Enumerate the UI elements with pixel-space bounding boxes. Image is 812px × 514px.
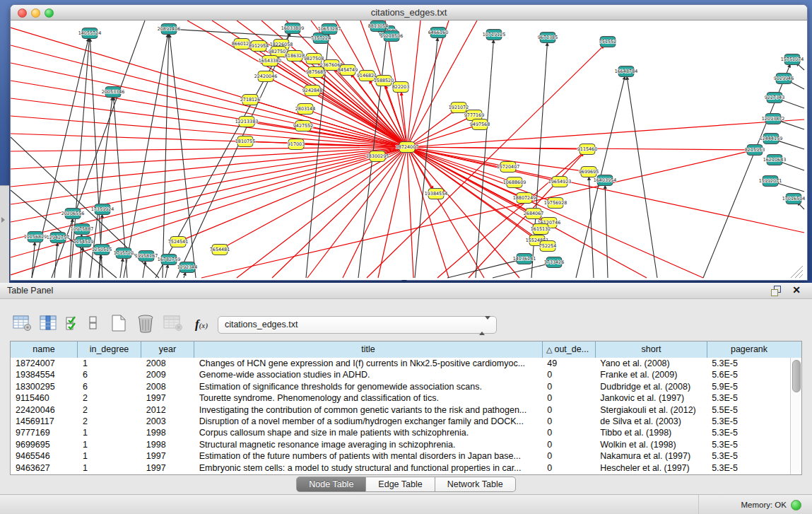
graph-node[interactable]: 1795722 <box>114 248 134 259</box>
graph-node[interactable]: 9242848 <box>302 86 322 96</box>
graph-node[interactable]: 16782759 <box>158 255 181 265</box>
graph-node[interactable]: 9129946 <box>774 74 794 84</box>
table-row[interactable]: 1830029562008Estimation of significance … <box>11 381 790 392</box>
table-scrollbar[interactable] <box>790 358 801 474</box>
close-panel-icon[interactable]: ✕ <box>792 284 801 296</box>
table-source-dropdown[interactable]: citations_edges.txt <box>218 316 497 334</box>
close-window-button[interactable] <box>18 8 27 18</box>
graph-node-label: 1921072 <box>449 105 469 110</box>
graph-node[interactable]: 1921072 <box>449 103 469 113</box>
function-builder-icon[interactable]: f(x) <box>195 317 208 332</box>
table-row[interactable]: 969969511998Structural magnetic resonanc… <box>11 439 790 450</box>
table-cell: 0 <box>542 369 595 380</box>
table-row[interactable]: 1456911722003Disruption of a novel membe… <box>11 416 790 427</box>
network-window[interactable]: citations_edges.txt 14055724208914061603… <box>10 4 808 281</box>
graph-node[interactable]: 12213383 <box>235 117 259 127</box>
panel-expand-icon[interactable] <box>1 217 5 223</box>
graph-node[interactable]: 11156829 <box>24 232 47 243</box>
window-titlebar[interactable]: citations_edges.txt <box>11 5 807 21</box>
graph-node[interactable]: 16033809 <box>281 23 305 34</box>
graph-node[interactable]: 20206556 <box>61 209 85 219</box>
tab-edge-table[interactable]: Edge Table <box>366 477 435 492</box>
graph-node[interactable]: 9497568 <box>470 119 490 130</box>
graph-node[interactable]: 20053346 <box>102 87 125 98</box>
graph-node[interactable]: 9115460 <box>577 144 597 155</box>
graph-node[interactable]: 17359924 <box>91 204 114 215</box>
graph-node[interactable]: 1733426 <box>544 257 564 268</box>
column-header-year[interactable]: year <box>141 341 194 358</box>
column-header-name[interactable]: name <box>11 341 78 358</box>
graph-node-label: 9427552 <box>293 123 313 129</box>
graph-node[interactable]: 8454749 <box>338 65 358 76</box>
graph-node[interactable]: 9671385 <box>538 33 558 43</box>
column-header-in-degree[interactable]: in_degree <box>78 341 141 358</box>
graph-node[interactable]: 751552 <box>599 37 616 47</box>
table-row[interactable]: 946362711997Embryonic stem cells: a mode… <box>11 462 790 474</box>
column-header-short[interactable]: short <box>596 341 707 358</box>
table-mode-icon[interactable] <box>13 315 32 334</box>
graph-node[interactable]: 1588520 <box>374 76 394 86</box>
graph-node[interactable]: 8186328 <box>285 51 305 62</box>
graph-node[interactable]: 1250515 <box>92 245 112 255</box>
table-cell: 2 <box>78 404 141 416</box>
graph-node[interactable]: 15992071 <box>759 176 782 187</box>
graph-node[interactable]: 6466160 <box>428 28 448 38</box>
table-row[interactable]: 977716911998Corpus callosum shape and si… <box>11 427 790 438</box>
row-selection-icon[interactable] <box>65 315 81 334</box>
table-row[interactable]: 2242004622012Investigating the contribut… <box>11 404 790 416</box>
graph-node[interactable]: 8813054 <box>368 21 388 32</box>
graph-node[interactable]: 9427552 <box>293 121 313 132</box>
table-row[interactable]: 1872400712008Changes of HCN gene express… <box>11 358 790 369</box>
show-columns-icon[interactable] <box>40 315 57 334</box>
column-header-out-degree[interactable]: △out_de... <box>543 341 596 358</box>
graph-node[interactable]: 19958167 <box>135 251 158 262</box>
table-row[interactable]: 946554611997Estimation of the future num… <box>11 450 790 462</box>
tab-network-table[interactable]: Network Table <box>435 477 516 492</box>
graph-node[interactable]: 8215953 <box>745 145 765 156</box>
graph-node[interactable]: 15751074 <box>781 54 804 65</box>
graph-node[interactable]: 19756928 <box>544 198 567 209</box>
graph-node[interactable]: 16648784 <box>615 66 638 77</box>
table-row[interactable]: 911546021997Tourette syndrome. Phenomeno… <box>11 392 790 404</box>
graph-node[interactable]: 1154519 <box>73 237 93 247</box>
graph-node-label: 9242848 <box>302 88 322 93</box>
graph-node[interactable]: 9227343 <box>765 93 784 103</box>
graph-node[interactable]: 14055724 <box>78 28 102 39</box>
graph-node[interactable]: 8912954 <box>249 41 269 52</box>
graph-node[interactable]: 1810755 <box>235 136 255 147</box>
graph-node[interactable]: 752254 <box>539 241 556 252</box>
graph-node[interactable]: 16403954 <box>594 175 617 186</box>
graph-node[interactable]: 12942757 <box>47 233 70 243</box>
column-header-pagerank[interactable]: pagerank <box>707 341 791 358</box>
zoom-window-button[interactable] <box>45 8 54 18</box>
graph-node[interactable]: 2684067 <box>524 209 543 219</box>
graph-node[interactable]: 17016504 <box>782 194 806 204</box>
graph-node[interactable]: 7524541 <box>168 237 188 247</box>
column-header-title[interactable]: title <box>194 341 543 358</box>
graph-node[interactable]: 9699695 <box>579 167 599 177</box>
graph-node[interactable]: 10719125 <box>483 30 506 40</box>
graph-node[interactable]: 2803144 <box>295 104 315 115</box>
graph-node[interactable]: 917003 <box>288 139 305 150</box>
graph-node[interactable]: 12444159 <box>760 134 783 144</box>
minimize-window-button[interactable] <box>31 8 40 18</box>
graph-node[interactable]: 10688609 <box>503 177 526 188</box>
float-panel-icon[interactable] <box>771 286 781 296</box>
table-row[interactable]: 1938455462009Genome-wide association stu… <box>11 369 790 380</box>
panel-orientation-icon[interactable] <box>88 315 98 334</box>
tab-node-table[interactable]: Node Table <box>296 477 366 492</box>
graph-node[interactable]: 1292344 <box>177 262 197 273</box>
graph-node[interactable]: 16210643 <box>763 155 787 165</box>
network-graph[interactable]: 1405572420891406160338097357224106532871… <box>11 21 806 279</box>
graph-node[interactable]: 2718126 <box>240 95 260 105</box>
delete-column-icon[interactable] <box>136 314 155 336</box>
memory-ok-indicator[interactable] <box>791 500 801 510</box>
graph-node[interactable]: 1615132 <box>531 224 551 235</box>
new-column-icon[interactable] <box>110 314 128 335</box>
graph-node[interactable]: 822203 <box>392 82 409 93</box>
scrollbar-thumb[interactable] <box>792 360 801 392</box>
graph-node[interactable]: 9875685 <box>306 67 326 78</box>
network-canvas[interactable]: 1405572420891406160338097357224106532871… <box>11 21 806 279</box>
graph-node[interactable]: 20891406 <box>158 24 181 35</box>
graph-node[interactable]: 7654481 <box>210 245 230 255</box>
